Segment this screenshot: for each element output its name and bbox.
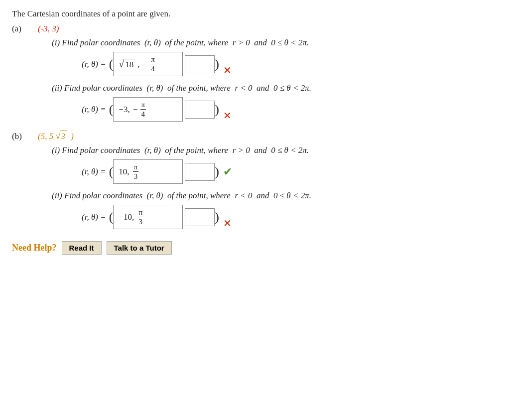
- subpart-a-i-label: (i) Find polar coordinates (r, θ) of the…: [52, 38, 498, 48]
- r-val-b-i: 10,: [119, 167, 129, 177]
- minus-a-ii: −: [131, 105, 138, 115]
- fraction-a-i: π 4: [150, 55, 156, 73]
- blank-a-i[interactable]: [185, 55, 215, 73]
- comma-a-i: ,: [137, 59, 139, 69]
- answer-b-i-row: (r, θ) = ( 10, π 3 ) ✔: [82, 159, 498, 184]
- talk-to-tutor-button[interactable]: Talk to a Tutor: [107, 241, 172, 255]
- answer-b-i-box[interactable]: 10, π 3: [113, 159, 183, 184]
- part-a-label: (a): [12, 24, 31, 34]
- part-b-label: (b): [12, 132, 31, 141]
- answer-a-ii-label: (r, θ) =: [82, 105, 106, 115]
- part-a: (a) (-3, 3) (i) Find polar coordinates (…: [12, 24, 498, 122]
- subpart-a-ii-label: (ii) Find polar coordinates (r, θ) of th…: [52, 83, 498, 93]
- part-a-point: (-3, 3): [38, 24, 59, 34]
- read-it-button[interactable]: Read It: [62, 241, 102, 255]
- answer-b-i-label: (r, θ) =: [82, 167, 106, 177]
- close-paren-b-i: ): [215, 165, 219, 178]
- answer-a-i-row: (r, θ) = ( √18 , − π 4 ) ✕: [82, 52, 498, 76]
- incorrect-mark-a-i: ✕: [223, 64, 232, 76]
- fraction-num-b-i: π: [133, 162, 139, 172]
- open-paren-b-ii: (: [109, 211, 114, 224]
- subpart-b-ii-label: (ii) Find polar coordinates (r, θ) of th…: [52, 191, 498, 201]
- part-b-subpart-ii: (ii) Find polar coordinates (r, θ) of th…: [52, 191, 498, 229]
- sqrt-value: 18: [124, 59, 135, 70]
- fraction-b-ii: π 3: [137, 208, 143, 226]
- fraction-num-a-i: π: [150, 55, 156, 64]
- sqrt-18: √18: [119, 58, 135, 70]
- answer-a-i-content: √18 , − π 4: [119, 55, 157, 73]
- sqrt-sym-b: √: [55, 131, 60, 141]
- answer-b-ii-row: (r, θ) = ( −10, π 3 ) ✕: [82, 205, 498, 229]
- sqrt-3-point: √3: [55, 131, 66, 141]
- open-paren-a-i: (: [109, 58, 114, 71]
- fraction-a-ii: π 4: [140, 100, 146, 119]
- incorrect-mark-a-ii: ✕: [223, 110, 232, 122]
- sqrt-symbol: √: [119, 58, 124, 70]
- open-paren-b-i: (: [109, 165, 114, 178]
- blank-b-ii[interactable]: [185, 208, 215, 226]
- minus-a-i: −: [143, 59, 148, 69]
- close-paren-a-ii: ): [215, 103, 219, 116]
- r-val-b-ii: −10,: [119, 212, 134, 222]
- part-b-subpart-i: (i) Find polar coordinates (r, θ) of the…: [52, 145, 498, 184]
- need-help-section: Need Help? Read It Talk to a Tutor: [12, 241, 498, 255]
- fraction-den-a-i: 4: [150, 64, 156, 73]
- close-paren-b-ii: ): [215, 211, 219, 224]
- answer-b-ii-label: (r, θ) =: [82, 212, 106, 222]
- fraction-den-b-ii: 3: [137, 217, 143, 226]
- r-val-a-ii: −3,: [119, 105, 129, 115]
- close-paren-a-i: ): [215, 58, 219, 71]
- intro-text: The Cartesian coordinates of a point are…: [12, 9, 498, 19]
- need-help-label: Need Help?: [12, 243, 57, 253]
- fraction-b-i: π 3: [133, 162, 139, 181]
- answer-b-ii-box[interactable]: −10, π 3: [113, 205, 183, 229]
- answer-a-ii-content: −3, − π 4: [119, 100, 147, 119]
- fraction-num-b-ii: π: [137, 208, 143, 217]
- part-a-subpart-i: (i) Find polar coordinates (r, θ) of the…: [52, 38, 498, 76]
- answer-b-ii-content: −10, π 3: [119, 208, 145, 226]
- answer-a-ii-box[interactable]: −3, − π 4: [113, 97, 183, 122]
- subpart-b-i-label: (i) Find polar coordinates (r, θ) of the…: [52, 145, 498, 155]
- fraction-den-a-ii: 4: [140, 110, 146, 119]
- answer-a-ii-row: (r, θ) = ( −3, − π 4 ) ✕: [82, 97, 498, 122]
- part-b: (b) (5, 5 √3 ) (i) Find polar coordinate…: [12, 131, 498, 229]
- answer-a-i-label: (r, θ) =: [82, 59, 106, 69]
- fraction-num-a-ii: π: [140, 100, 146, 110]
- incorrect-mark-b-ii: ✕: [223, 217, 232, 229]
- answer-b-i-content: 10, π 3: [119, 162, 140, 181]
- correct-mark-b-i: ✔: [223, 165, 232, 178]
- open-paren-a-ii: (: [109, 103, 114, 116]
- part-a-subpart-ii: (ii) Find polar coordinates (r, θ) of th…: [52, 83, 498, 122]
- blank-a-ii[interactable]: [185, 101, 215, 119]
- answer-a-i-box[interactable]: √18 , − π 4: [113, 52, 183, 76]
- part-b-point: (5, 5 √3 ): [38, 131, 74, 141]
- fraction-den-b-i: 3: [133, 172, 139, 181]
- blank-b-i[interactable]: [185, 163, 215, 181]
